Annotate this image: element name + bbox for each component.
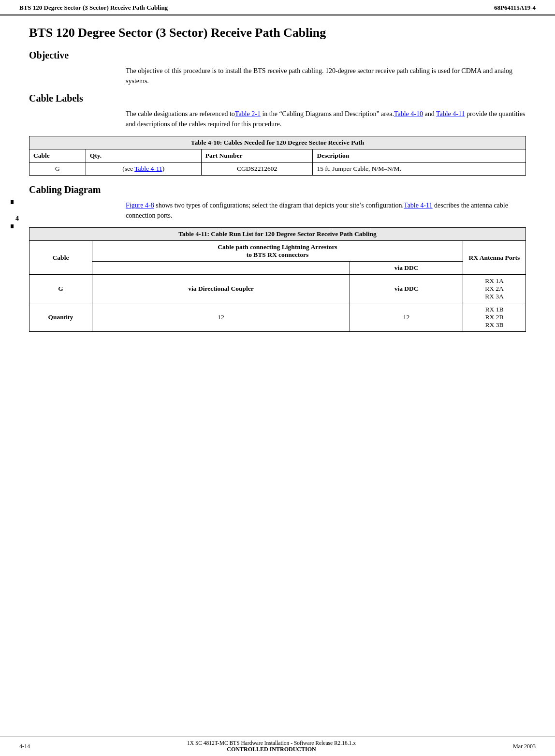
- table-4-10-cell-desc: 15 ft. Jumper Cable, N/M–N/M.: [313, 163, 526, 176]
- cable-labels-text1: The cable designations are referenced to: [126, 110, 235, 118]
- cable-labels-text2: in the “Cabling Diagrams and Description…: [261, 110, 394, 118]
- table-4-10-header-row: Cable Qty. Part Number Description: [29, 149, 526, 163]
- table-row: Quantity 12 12 RX 1BRX 2BRX 3B: [29, 303, 526, 332]
- table-4-10-caption-row: Table 4-10: Cables Needed for 120 Degree…: [29, 136, 526, 149]
- main-content: BTS 120 Degree Sector (3 Sector) Receive…: [0, 15, 555, 350]
- table-4-11-cell-cable-g: G: [29, 275, 92, 303]
- table-4-11-link-1[interactable]: Table 4-11: [436, 110, 465, 118]
- table-4-11-col-cable: Cable: [29, 241, 92, 275]
- table-row: G via Directional Coupler via DDC RX 1AR…: [29, 275, 526, 303]
- table-4-11-header-row: Cable Cable path connecting Lightning Ar…: [29, 241, 526, 262]
- table-4-10-cell-partnum: CGDS2212602: [201, 163, 313, 176]
- table-4-11-cell-cable-qty: Quantity: [29, 303, 92, 332]
- page-header: BTS 120 Degree Sector (3 Sector) Receive…: [0, 0, 555, 15]
- cabling-diagram-heading: Cabling Diagram: [29, 184, 526, 195]
- table-4-11-cell-via-directional-qty: 12: [92, 303, 350, 332]
- cable-labels-left-spacer: [29, 109, 126, 129]
- table-4-11-cell-ports-qty: RX 1BRX 2BRX 3B: [463, 303, 526, 332]
- objective-heading: Objective: [29, 50, 526, 61]
- table-4-11-col-path-header: Cable path connecting Lightning Arrestor…: [92, 241, 463, 262]
- table-4-11-subheader-row: via DDC: [29, 262, 526, 275]
- table-4-10-col-partnum: Part Number: [201, 149, 313, 163]
- page-footer: 4-14 1X SC 4812T-MC BTS Hardware Install…: [0, 737, 555, 756]
- table-4-11-col-rx: RX Antenna Ports: [463, 241, 526, 275]
- table-4-11-caption-row: Table 4-11: Cable Run List for 120 Degre…: [29, 228, 526, 241]
- cabling-diagram-text2: shows two types of configurations; selec…: [154, 202, 404, 209]
- margin-bar-bottom: [11, 224, 14, 228]
- table-4-11-caption: Table 4-11: Cable Run List for 120 Degre…: [29, 228, 526, 241]
- margin-bar-top: [11, 200, 14, 204]
- table-4-11-link-qty[interactable]: Table 4-11: [134, 165, 162, 172]
- table-4-11-col-via-ddc: via DDC: [350, 262, 463, 275]
- table-4-11-cell-via-directional-g: via Directional Coupler: [92, 275, 350, 303]
- footer-center-line1: 1X SC 4812T-MC BTS Hardware Installation…: [30, 740, 513, 746]
- table-4-10-col-qty: Qty.: [86, 149, 201, 163]
- table-row: G (see Table 4-11) CGDS2212602 15 ft. Ju…: [29, 163, 526, 176]
- footer-controlled: CONTROLLED INTRODUCTION: [30, 746, 513, 753]
- table-4-10-col-desc: Description: [313, 149, 526, 163]
- table-4-10-col-cable: Cable: [29, 149, 86, 163]
- table-4-11-col-via-directional: [92, 262, 350, 275]
- footer-center: 1X SC 4812T-MC BTS Hardware Installation…: [30, 740, 513, 753]
- sidebar-number: 4: [15, 215, 19, 222]
- cable-labels-text3: and: [423, 110, 436, 118]
- page-container: BTS 120 Degree Sector (3 Sector) Receive…: [0, 0, 555, 756]
- objective-body: The objective of this procedure is to in…: [126, 66, 526, 86]
- cable-labels-content: The cable designations are referenced to…: [29, 109, 526, 129]
- objective-content: The objective of this procedure is to in…: [29, 66, 526, 86]
- figure-4-8-link[interactable]: Figure 4-8: [126, 202, 154, 209]
- table-4-10-caption: Table 4-10: Cables Needed for 120 Degree…: [29, 136, 526, 149]
- header-right: 68P64115A19-4: [494, 4, 536, 12]
- table-4-11-cell-via-ddc-g: via DDC: [350, 275, 463, 303]
- cabling-diagram-area: 4 Figure 4-8 shows two types of configur…: [29, 200, 526, 221]
- table-4-10: Table 4-10: Cables Needed for 120 Degree…: [29, 136, 526, 176]
- cable-labels-heading: Cable Labels: [29, 93, 526, 104]
- cabling-diagram-content: Figure 4-8 shows two types of configurat…: [29, 200, 526, 221]
- table-4-11-link-2[interactable]: Table 4-11: [404, 202, 433, 209]
- table-4-11: Table 4-11: Cable Run List for 120 Degre…: [29, 227, 526, 332]
- table-4-11-cell-via-ddc-qty: 12: [350, 303, 463, 332]
- cable-labels-body: The cable designations are referenced to…: [126, 109, 526, 129]
- header-left: BTS 120 Degree Sector (3 Sector) Receive…: [19, 4, 168, 12]
- footer-page-number: 4-14: [19, 743, 30, 750]
- cabling-diagram-body: Figure 4-8 shows two types of configurat…: [126, 200, 526, 221]
- objective-left-spacer: [29, 66, 126, 86]
- table-4-10-cell-cable: G: [29, 163, 86, 176]
- table-4-10-link[interactable]: Table 4-10: [394, 110, 423, 118]
- footer-date: Mar 2003: [513, 743, 536, 750]
- table-4-10-cell-qty: (see Table 4-11): [86, 163, 201, 176]
- cabling-diagram-left-spacer: [29, 200, 126, 221]
- page-title: BTS 120 Degree Sector (3 Sector) Receive…: [29, 25, 526, 40]
- table-4-11-cell-ports-g: RX 1ARX 2ARX 3A: [463, 275, 526, 303]
- table-2-1-link[interactable]: Table 2-1: [235, 110, 261, 118]
